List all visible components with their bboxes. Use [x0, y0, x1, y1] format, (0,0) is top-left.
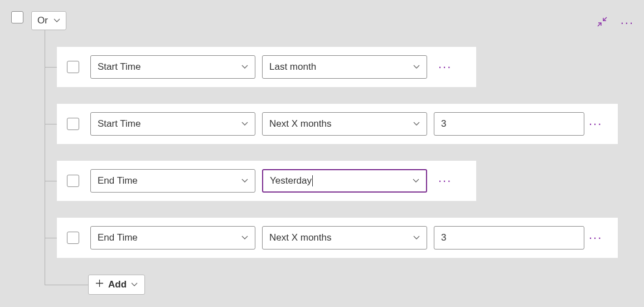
operator-label: Last month [269, 61, 316, 73]
group-operator-label: Or [37, 15, 48, 26]
row-checkbox[interactable] [67, 232, 79, 244]
row-more-icon[interactable]: ··· [589, 232, 602, 244]
operator-label: Next X months [269, 118, 332, 129]
field-dropdown[interactable]: End Time [90, 169, 255, 193]
chevron-down-icon [413, 234, 420, 241]
condition-row: End Time Yesterday ··· [57, 161, 476, 201]
operator-dropdown[interactable]: Next X months [262, 112, 427, 136]
chevron-down-icon [54, 17, 60, 24]
operator-dropdown[interactable]: Last month [262, 55, 427, 79]
group-checkbox[interactable] [11, 11, 23, 23]
group-operator-dropdown[interactable]: Or [31, 11, 66, 30]
chevron-down-icon [413, 121, 420, 127]
chevron-down-icon [241, 234, 248, 241]
add-label: Add [108, 279, 127, 290]
row-more-icon[interactable]: ··· [589, 118, 602, 130]
field-label: Start Time [98, 118, 141, 129]
chevron-down-icon [241, 64, 248, 70]
operator-label: Yesterday [270, 175, 313, 187]
row-more-icon[interactable]: ··· [438, 175, 452, 187]
value-input[interactable]: 3 [434, 226, 584, 250]
field-dropdown[interactable]: Start Time [90, 55, 255, 79]
chevron-down-icon [413, 64, 420, 70]
value-text: 3 [441, 232, 446, 243]
row-checkbox[interactable] [67, 118, 79, 130]
field-label: Start Time [98, 61, 141, 73]
chevron-down-icon [241, 121, 248, 127]
field-label: End Time [98, 175, 138, 186]
operator-dropdown[interactable]: Next X months [262, 226, 427, 250]
operator-label: Next X months [269, 232, 332, 243]
value-input[interactable]: 3 [434, 112, 584, 136]
row-more-icon[interactable]: ··· [438, 61, 452, 73]
chevron-down-icon [131, 281, 138, 288]
group-more-icon[interactable]: ··· [621, 17, 634, 29]
field-dropdown[interactable]: End Time [90, 226, 255, 250]
value-text: 3 [441, 118, 446, 129]
condition-tree: Start Time Last month ··· Start Time [57, 47, 633, 295]
row-checkbox[interactable] [67, 175, 79, 187]
field-dropdown[interactable]: Start Time [90, 112, 255, 136]
collapse-icon[interactable] [597, 17, 607, 29]
condition-row: Start Time Next X months 3 ··· [57, 104, 618, 144]
plus-icon [95, 279, 104, 290]
row-checkbox[interactable] [67, 61, 79, 73]
field-label: End Time [98, 232, 138, 243]
condition-row: End Time Next X months 3 ··· [57, 218, 618, 258]
chevron-down-icon [241, 178, 248, 184]
condition-row: Start Time Last month ··· [57, 47, 476, 87]
operator-dropdown[interactable]: Yesterday [262, 169, 427, 193]
add-button[interactable]: Add [88, 275, 145, 295]
chevron-down-icon [413, 178, 419, 184]
